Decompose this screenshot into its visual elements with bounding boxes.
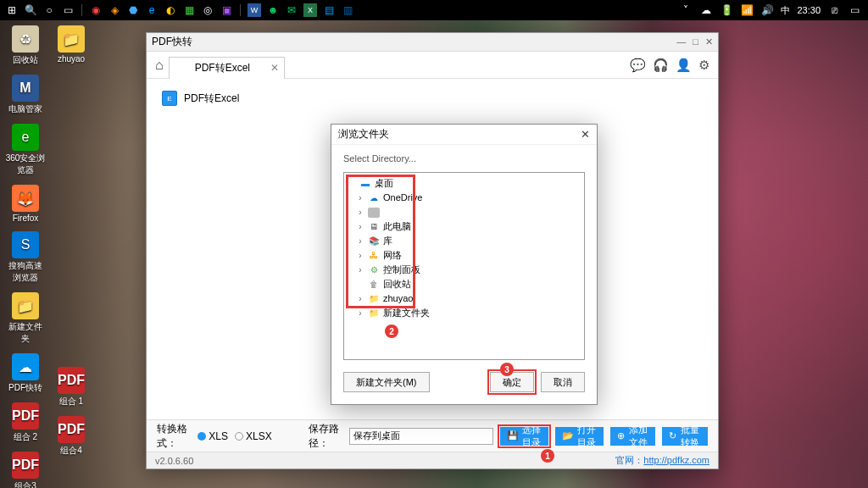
expand-icon[interactable]: ›	[356, 307, 364, 319]
tree-item[interactable]: ›	[348, 205, 581, 219]
battery-icon[interactable]: 🔋	[720, 3, 733, 17]
volume-icon[interactable]: 🔊	[760, 3, 774, 17]
taskview-icon[interactable]: ▭	[61, 3, 75, 17]
desktop-icons-column: ♻回收站M电脑管家e360安全浏览器🦊FirefoxS搜狗高速浏览器📁新建文件夹…	[5, 25, 46, 488]
headset-icon[interactable]: 🎧	[653, 58, 669, 73]
app-icon[interactable]: ◉	[89, 3, 103, 17]
file-entry[interactable]: E PDF转Excel	[162, 91, 703, 106]
tree-item[interactable]: ›🖧网络	[348, 248, 581, 263]
chat-icon[interactable]: 💬	[630, 58, 646, 73]
icon-label: zhuyao	[58, 54, 85, 64]
open-dir-button[interactable]: 📂 打开目录	[555, 427, 604, 446]
desktop-icons-column: 📁zhuyaoPDF组合 1PDF组合4	[51, 25, 92, 457]
expand-icon[interactable]: ›	[356, 206, 364, 219]
icon-label: 360安全浏览器	[5, 152, 46, 176]
desktop-icon[interactable]: 🦊Firefox	[5, 185, 46, 223]
expand-icon[interactable]: ›	[356, 220, 364, 233]
icon-label: 组合3	[14, 480, 36, 488]
tree-item[interactable]: ›📁新建文件夹	[348, 306, 581, 320]
tray-icon[interactable]: ☁	[699, 3, 713, 17]
home-icon[interactable]: ⌂	[155, 58, 164, 73]
user-icon[interactable]: 👤	[676, 58, 692, 73]
app-icon[interactable]: ▦	[182, 3, 196, 17]
tree-item[interactable]: ›📚库	[348, 234, 581, 248]
folder-icon	[368, 208, 380, 218]
desktop-icon[interactable]: 📁zhuyao	[51, 25, 92, 64]
desktop-icon[interactable]: PDF组合 2	[5, 402, 46, 443]
desktop-icon[interactable]: 📁新建文件夹	[5, 292, 46, 345]
tree-item[interactable]: ›📁zhuyao	[348, 291, 581, 306]
edge-icon[interactable]: e	[145, 3, 159, 17]
folder-tree[interactable]: ▬桌面›☁OneDrive› ›🖥此电脑›📚库›🖧网络›⚙控制面板🗑回收站›📁z…	[343, 172, 585, 360]
start-icon[interactable]: ⊞	[5, 3, 19, 17]
tree-label: 回收站	[383, 278, 411, 291]
word-icon[interactable]: W	[248, 3, 261, 17]
wechat-icon[interactable]: ✉	[285, 3, 298, 17]
expand-icon[interactable]: ›	[356, 249, 364, 262]
expand-icon[interactable]: ›	[356, 235, 364, 247]
app-icon: S	[12, 231, 39, 258]
cancel-button[interactable]: 取消	[541, 372, 585, 392]
tree-item[interactable]: ›☁OneDrive	[348, 191, 581, 205]
wifi-icon[interactable]: 📶	[740, 3, 754, 17]
tab-pdf-to-excel[interactable]: PDF转Excel ✕	[169, 57, 285, 79]
desktop-icon[interactable]: ♻回收站	[5, 25, 46, 66]
tray-chevron-icon[interactable]: ˅	[679, 3, 693, 17]
expand-icon[interactable]: ›	[356, 292, 364, 305]
desktop-icon[interactable]: S搜狗高速浏览器	[5, 231, 46, 284]
dialog-close-icon[interactable]: ✕	[581, 128, 590, 141]
search-icon[interactable]: 🔍	[24, 3, 37, 17]
desktop-icon[interactable]: M电脑管家	[5, 75, 46, 115]
tray-icon[interactable]: ⎚	[827, 3, 841, 17]
minimize-button[interactable]: —	[676, 36, 686, 47]
tree-item[interactable]: 🗑回收站	[348, 277, 581, 291]
expand-icon[interactable]: ›	[356, 263, 364, 276]
version-label: v2.0.6.60	[155, 456, 193, 466]
app-icon[interactable]: ⬣	[126, 3, 140, 17]
annotation-badge: 3	[500, 363, 514, 376]
app-icon[interactable]: ◈	[108, 3, 121, 17]
official-label: 官网：	[615, 455, 643, 465]
maximize-button[interactable]: □	[693, 36, 698, 47]
radio-xls[interactable]: XLS	[198, 430, 228, 442]
cortana-icon[interactable]: ○	[42, 3, 56, 17]
tree-item[interactable]: ▬桌面	[348, 176, 581, 191]
chrome-icon[interactable]: ◎	[201, 3, 214, 17]
close-button[interactable]: ✕	[705, 36, 713, 47]
radio-xlsx[interactable]: XLSX	[235, 430, 272, 442]
desktop-icon[interactable]: PDF组合3	[5, 452, 46, 488]
notification-icon[interactable]: ▭	[848, 3, 861, 17]
desktop-icon[interactable]: ☁PDF快转	[5, 353, 46, 394]
icon-label: 组合 2	[14, 431, 37, 443]
titlebar[interactable]: PDF快转 — □ ✕	[147, 33, 718, 52]
path-input[interactable]	[349, 428, 493, 445]
new-folder-button[interactable]: 新建文件夹(M)	[343, 372, 430, 392]
app-icon[interactable]: ▥	[341, 3, 354, 17]
dialog-titlebar[interactable]: 浏览文件夹 ✕	[331, 125, 597, 145]
folder-icon: 📁	[368, 308, 380, 319]
ime-indicator[interactable]: 中	[781, 4, 790, 17]
app-icon[interactable]: ☻	[266, 3, 280, 17]
tree-item[interactable]: ›🖥此电脑	[348, 219, 581, 234]
desktop-icon[interactable]: PDF组合4	[51, 416, 92, 457]
ok-button[interactable]: 确定	[490, 372, 534, 392]
batch-convert-button[interactable]: ↻ 批量转换	[662, 427, 708, 446]
tree-item[interactable]: ›⚙控制面板	[348, 263, 581, 277]
app-icon: ☁	[12, 353, 39, 380]
app-icon[interactable]: ◐	[164, 3, 177, 17]
tab-close-icon[interactable]: ✕	[270, 62, 279, 74]
tree-label: 网络	[383, 249, 402, 262]
expand-icon[interactable]: ›	[356, 191, 364, 204]
add-file-button[interactable]: ⊕ 添加文件	[610, 427, 656, 446]
select-dir-button[interactable]: 💾 选择目录	[500, 427, 548, 446]
desktop-icon[interactable]: e360安全浏览器	[5, 124, 46, 176]
excel-icon[interactable]: X	[303, 3, 317, 17]
app-icon[interactable]: ▣	[220, 3, 233, 17]
gear-icon[interactable]: ⚙	[698, 58, 709, 73]
desktop-icon[interactable]: PDF组合 1	[51, 367, 92, 408]
official-link[interactable]: http://pdfkz.com	[643, 455, 709, 465]
app-title: PDF快转	[152, 35, 192, 49]
app-icon[interactable]: ▤	[322, 3, 336, 17]
browse-folder-dialog: 浏览文件夹 ✕ Select Directory... ▬桌面›☁OneDriv…	[331, 124, 598, 405]
clock[interactable]: 23:30	[797, 5, 821, 15]
